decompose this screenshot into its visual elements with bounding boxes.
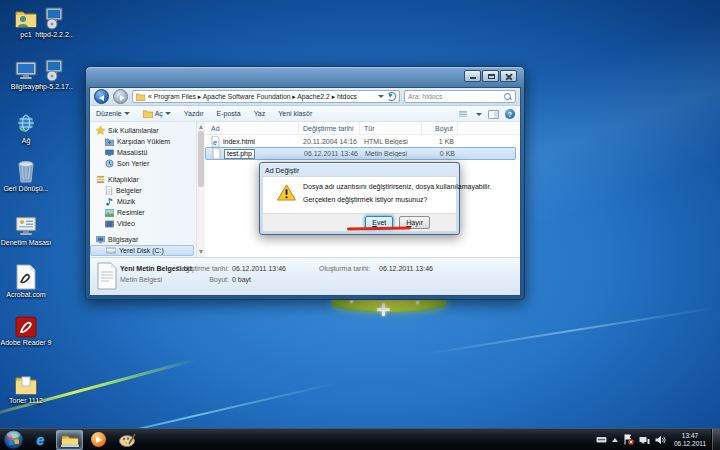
action-center-flag-icon[interactable] <box>623 434 634 445</box>
email-label: E-posta <box>217 110 241 117</box>
sidebar-item-downloads[interactable]: Karşıdan Yüklem <box>90 136 196 147</box>
network-icon[interactable] <box>639 435 650 445</box>
sidebar-label: Kitaplıklar <box>108 176 139 183</box>
sidebar-item-video[interactable]: Video <box>90 218 196 229</box>
removable-device-icon[interactable] <box>596 435 607 444</box>
table-row-selected[interactable]: test.php 06.12.2011 13:46 Metin Belgesi … <box>205 147 516 160</box>
no-button-label: ayır <box>411 219 423 226</box>
dialog-title: Ad Değiştir <box>262 165 457 176</box>
taskbar-ie-button[interactable]: e <box>27 430 54 450</box>
sidebar-item-local-disk-c[interactable]: Yerel Disk (C:) <box>90 245 194 256</box>
yes-button-label: vet <box>377 219 386 226</box>
dialog-message-line1: Dosya adı uzantısını değiştirirseniz, do… <box>303 183 491 190</box>
details-size-value: 0 bayt <box>232 276 251 283</box>
table-row[interactable]: e index.html 20.11.2004 14:16 HTML Belge… <box>205 135 520 147</box>
print-button[interactable]: Yazdır <box>184 110 204 117</box>
file-modified: 06.12.2011 13:46 <box>300 150 361 157</box>
installer-icon <box>42 6 66 30</box>
desktop-icon-acrobat-com[interactable]: Acrobat.com <box>0 264 52 299</box>
navigation-scrollbar[interactable] <box>196 122 205 257</box>
sidebar-item-favorites[interactable]: Sık Kullanılanlar <box>90 125 196 136</box>
taskbar-explorer-button[interactable] <box>56 430 83 450</box>
search-input[interactable]: Ara: htdocs <box>404 90 516 103</box>
sidebar-item-libraries[interactable]: Kitaplıklar <box>90 174 196 185</box>
adobe-reader-icon <box>15 316 37 338</box>
breadcrumb-path: « Program Files ▸ Apache Software Founda… <box>148 93 375 101</box>
scroll-down-icon[interactable] <box>199 250 203 254</box>
open-label: Aç <box>155 110 163 117</box>
close-button[interactable] <box>500 70 517 82</box>
sidebar-item-music[interactable]: Müzik <box>90 196 196 207</box>
show-desktop-button[interactable] <box>711 429 720 450</box>
recycle-bin-icon <box>14 156 38 184</box>
desktop-icon-recycle-bin[interactable]: Geri Dönüşü... <box>0 156 52 193</box>
libraries-icon <box>96 175 105 184</box>
open-menu[interactable]: Aç <box>143 110 171 118</box>
recent-places-icon <box>105 159 114 168</box>
desktop-monitor-icon <box>105 149 114 157</box>
desktop-icon-toner[interactable]: Toner 1112 <box>0 374 52 405</box>
taskbar-paint-button[interactable] <box>114 430 141 450</box>
navigation-pane: Sık Kullanılanlar Karşıdan Yüklem Masaüs… <box>90 122 196 257</box>
sidebar-item-documents[interactable]: Belgeler <box>90 185 196 196</box>
rename-edit-box[interactable]: test.php <box>224 149 255 159</box>
windows-orb-icon <box>3 429 24 450</box>
back-button[interactable] <box>94 89 109 104</box>
forward-button[interactable] <box>113 89 128 104</box>
column-header-type[interactable]: Tür <box>360 122 422 135</box>
details-created-value: 06.12.2011 13:46 <box>379 265 433 272</box>
acrobat-page-icon <box>15 264 37 290</box>
sidebar-item-recent-places[interactable]: Son Yerler <box>90 158 196 169</box>
sidebar-label: Video <box>117 220 135 227</box>
file-name: index.html <box>223 138 255 145</box>
desktop-icon-php[interactable]: php-5.2.17.. <box>28 58 80 91</box>
media-player-icon <box>91 432 106 447</box>
network-globe-icon <box>14 112 38 136</box>
burn-button[interactable]: Yaz <box>254 110 266 117</box>
breadcrumb-dropdown-icon[interactable] <box>378 95 384 98</box>
file-type: HTML Belgesi <box>360 138 422 145</box>
desktop-icon-ag[interactable]: Ağ <box>0 112 52 145</box>
taskbar: e 13:47 06.12.2011 <box>0 428 720 450</box>
start-button[interactable] <box>0 429 26 450</box>
breadcrumb[interactable]: « Program Files ▸ Apache Software Founda… <box>132 90 400 103</box>
refresh-icon[interactable] <box>387 92 396 101</box>
folder-icon <box>143 110 153 118</box>
scrollbar-thumb[interactable] <box>198 131 204 187</box>
details-modified-label: Değiştirme tarihi: <box>162 265 229 272</box>
preview-pane-icon[interactable] <box>488 110 499 119</box>
show-hidden-icons-icon[interactable] <box>612 438 618 442</box>
chevron-down-icon[interactable] <box>476 113 482 116</box>
taskbar-clock[interactable]: 13:47 06.12.2011 <box>669 432 711 447</box>
column-header-size[interactable]: Boyut <box>422 122 458 135</box>
desktop-icon-control-panel[interactable]: Denetim Masası <box>0 214 52 247</box>
scroll-up-icon[interactable] <box>199 125 203 129</box>
address-bar: « Program Files ▸ Apache Software Founda… <box>90 88 520 106</box>
details-pane: Yeni Metin Belgesi.txt Metin Belgesi Değ… <box>90 257 520 295</box>
chevron-down-icon <box>165 112 171 115</box>
change-view-icon[interactable] <box>459 110 470 119</box>
minimize-button[interactable] <box>464 70 481 82</box>
maximize-button[interactable] <box>482 70 499 82</box>
desktop-icon-httpd[interactable]: httpd-2.2.2.. <box>28 6 80 39</box>
computer-icon <box>96 236 105 244</box>
music-icon <box>105 197 114 206</box>
pictures-icon <box>105 209 114 217</box>
folder-icon <box>14 374 38 396</box>
sidebar-item-pictures[interactable]: Resimler <box>90 207 196 218</box>
new-folder-button[interactable]: Yeni klasör <box>278 110 312 117</box>
taskbar-media-player-button[interactable] <box>85 430 112 450</box>
command-bar: Düzenle Aç Yazdır E-posta Yaz Yeni klasö… <box>90 106 520 122</box>
toolbar-right-icons: ? <box>459 109 515 119</box>
sidebar-item-desktop[interactable]: Masaüstü <box>90 147 196 158</box>
volume-icon[interactable] <box>655 435 666 445</box>
desktop-icon-adobe-reader[interactable]: Adobe Reader 9 <box>0 316 52 347</box>
details-created-label: Oluşturma tarihi: <box>319 265 370 272</box>
help-icon[interactable]: ? <box>505 109 515 119</box>
column-header-modified[interactable]: Değiştirme tarihi <box>299 122 360 135</box>
sidebar-item-computer[interactable]: Bilgisayar <box>90 234 196 245</box>
installer-icon <box>42 58 66 82</box>
organize-menu[interactable]: Düzenle <box>96 110 130 117</box>
column-header-name[interactable]: Ad <box>205 122 299 135</box>
email-button[interactable]: E-posta <box>217 110 241 117</box>
